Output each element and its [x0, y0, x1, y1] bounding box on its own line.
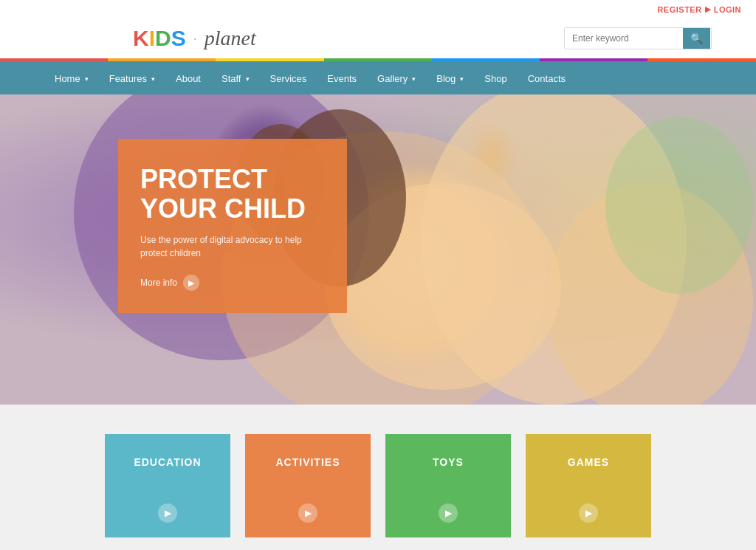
logo-planet: planet — [205, 27, 256, 50]
hero-more-arrow: ▶ — [183, 275, 199, 291]
nav-services[interactable]: Services — [260, 61, 317, 94]
nav-features[interactable]: Features ▾ — [99, 61, 165, 94]
card-toys-arrow: ▶ — [439, 503, 458, 523]
login-link[interactable]: LOGIN — [714, 5, 741, 14]
register-link[interactable]: REGISTER — [657, 5, 701, 14]
card-activities[interactable]: ACTIVITIES ▶ — [245, 434, 371, 537]
card-activities-label: ACTIVITIES — [275, 456, 340, 468]
logo-kids: KIDS — [133, 26, 186, 51]
card-toys-label: TOYS — [433, 456, 464, 468]
hero-more-label: More info — [140, 278, 177, 288]
nav-blog[interactable]: Blog ▾ — [426, 61, 474, 94]
cards-section: EDUCATION ▶ ACTIVITIES ▶ TOYS ▶ GAMES ▶ — [0, 405, 756, 550]
nav-bar: Home ▾ Features ▾ About Staff ▾ Services… — [0, 58, 756, 94]
search-button[interactable]: 🔍 — [683, 28, 710, 49]
nav-about[interactable]: About — [165, 61, 211, 94]
nav-events[interactable]: Events — [317, 61, 367, 94]
card-education-arrow: ▶ — [158, 503, 177, 523]
logo-k: K — [133, 26, 149, 50]
nav-staff-arrow: ▾ — [246, 75, 250, 83]
hero-more-info[interactable]: More info ▶ — [140, 275, 325, 291]
separator: ▶ — [705, 4, 711, 14]
hero-child-image — [0, 94, 756, 405]
hero-section: PROTECT YOUR CHILD Use the power of digi… — [0, 94, 756, 405]
hero-subtitle: Use the power of digital advocacy to hel… — [140, 233, 325, 260]
card-games-arrow: ▶ — [579, 503, 598, 523]
nav-rainbow — [0, 58, 756, 61]
nav-home-arrow: ▾ — [85, 75, 89, 83]
logo-s: S — [171, 26, 186, 50]
logo-d: D — [155, 26, 171, 50]
nav-blog-arrow: ▾ — [460, 75, 464, 83]
card-education-label: EDUCATION — [134, 456, 201, 468]
card-education[interactable]: EDUCATION ▶ — [105, 434, 230, 537]
nav-gallery[interactable]: Gallery ▾ — [367, 61, 426, 94]
search-box: 🔍 — [564, 27, 712, 49]
card-activities-arrow: ▶ — [298, 503, 317, 523]
top-bar-links: REGISTER ▶ LOGIN — [657, 4, 741, 14]
nav-features-arrow: ▾ — [151, 75, 155, 83]
card-games-label: GAMES — [568, 456, 609, 468]
logo[interactable]: KIDS · planet — [133, 26, 256, 51]
hero-overlay: PROTECT YOUR CHILD Use the power of digi… — [118, 139, 347, 313]
nav-shop[interactable]: Shop — [474, 61, 517, 94]
logo-i: I — [149, 26, 155, 50]
logo-dot: · — [193, 31, 197, 47]
card-games[interactable]: GAMES ▶ — [526, 434, 651, 537]
nav-staff[interactable]: Staff ▾ — [211, 61, 260, 94]
hero-title: PROTECT YOUR CHILD — [140, 165, 325, 223]
card-toys[interactable]: TOYS ▶ — [385, 434, 511, 537]
header: KIDS · planet 🔍 — [0, 18, 756, 58]
nav-gallery-arrow: ▾ — [412, 75, 416, 83]
nav-home[interactable]: Home ▾ — [44, 61, 99, 94]
search-input[interactable] — [565, 29, 683, 48]
nav-contacts[interactable]: Contacts — [518, 61, 576, 94]
top-bar: REGISTER ▶ LOGIN — [0, 0, 756, 18]
